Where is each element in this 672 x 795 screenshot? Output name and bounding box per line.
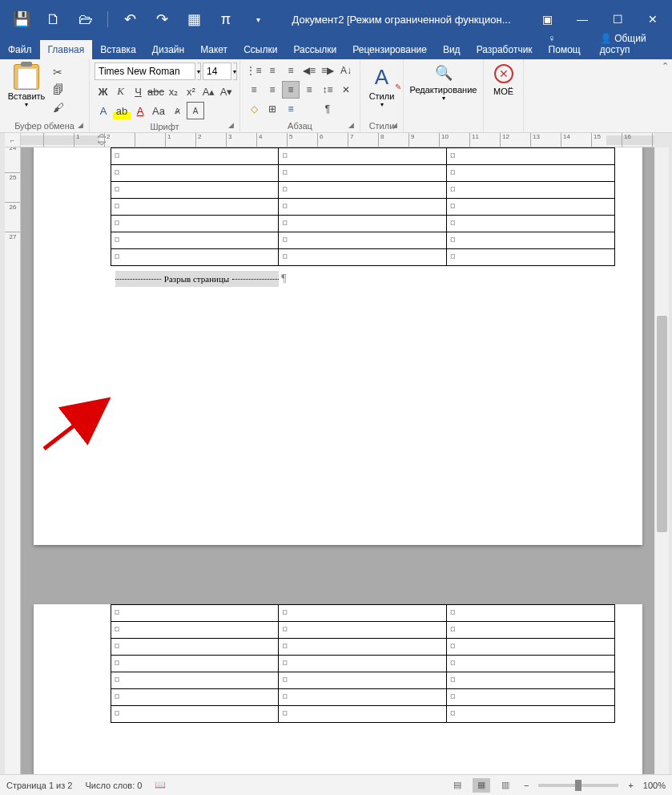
share-button[interactable]: 👤 Общий доступ: [592, 29, 672, 59]
page-break-indicator[interactable]: Разрыв страницы ¶: [115, 271, 279, 287]
font-size-input[interactable]: [203, 63, 231, 80]
tab-file[interactable]: Файл: [0, 40, 40, 59]
format-painter-button[interactable]: 🖌: [53, 101, 69, 114]
table-cell[interactable]: ¤: [279, 165, 447, 182]
collapse-ribbon-button[interactable]: ⌃: [662, 61, 669, 71]
bold-button[interactable]: Ж: [95, 83, 111, 100]
table-cell[interactable]: ¤: [111, 199, 279, 216]
table-row[interactable]: ¤¤¤: [111, 148, 614, 165]
tab-review[interactable]: Рецензирование: [344, 40, 435, 59]
open-button[interactable]: 🗁: [72, 6, 99, 33]
clipboard-dialog-launcher[interactable]: ◢: [78, 121, 87, 131]
scrollbar-vertical[interactable]: [655, 147, 669, 774]
table-cell[interactable]: ¤: [279, 216, 447, 232]
table-row[interactable]: ¤¤¤: [111, 249, 614, 266]
font-name-input[interactable]: [95, 63, 195, 80]
decrease-indent-button[interactable]: ◀≡: [300, 62, 318, 79]
table-cell[interactable]: ¤: [111, 216, 279, 232]
borders-button[interactable]: ⊞: [264, 100, 281, 118]
table-row[interactable]: ¤¤¤: [111, 672, 614, 689]
table-cell[interactable]: ¤: [446, 622, 614, 639]
cut-button[interactable]: ✂: [53, 66, 69, 79]
tab-help[interactable]: ♀ Помощ: [541, 29, 592, 59]
table-cell[interactable]: ¤: [111, 165, 279, 182]
table-cell[interactable]: ¤: [279, 622, 447, 639]
zoom-level[interactable]: 100%: [643, 781, 666, 790]
ruler-vertical[interactable]: 131415161718192021222324252627: [5, 147, 21, 774]
page-2[interactable]: ¤¤¤¤¤¤¤¤¤¤¤¤¤¤¤¤¤¤¤¤¤: [34, 604, 642, 774]
word-count[interactable]: Число слов: 0: [85, 781, 142, 790]
zoom-in-button[interactable]: +: [625, 781, 636, 790]
new-doc-button[interactable]: 🗋: [40, 6, 67, 33]
tab-insert[interactable]: Вставка: [92, 40, 144, 59]
ruler-horizontal[interactable]: 121234567891011121314151617: [21, 133, 654, 147]
sort-button[interactable]: A↓: [337, 62, 355, 79]
table-row[interactable]: ¤¤¤: [111, 216, 614, 232]
table-row[interactable]: ¤¤¤: [111, 165, 614, 182]
table-row[interactable]: ¤¤¤: [111, 232, 614, 249]
tab-developer[interactable]: Разработчик: [469, 40, 541, 59]
table-cell[interactable]: ¤: [111, 249, 279, 266]
equation-button[interactable]: π: [212, 6, 239, 33]
table-cell[interactable]: ¤: [446, 656, 614, 672]
font-dialog-launcher[interactable]: ◢: [228, 121, 238, 131]
change-case-button[interactable]: Aa: [150, 102, 167, 119]
paragraph-dialog-launcher[interactable]: ◢: [348, 121, 358, 131]
table-cell[interactable]: ¤: [111, 232, 279, 249]
table-1[interactable]: ¤¤¤¤¤¤¤¤¤¤¤¤¤¤¤¤¤¤¤¤¤: [111, 147, 615, 266]
table-cell[interactable]: ¤: [279, 656, 447, 672]
table-cell[interactable]: ¤: [279, 706, 447, 723]
font-name-dropdown[interactable]: ▾: [197, 63, 201, 80]
styles-button[interactable]: A✎: [369, 64, 395, 90]
tab-design[interactable]: Дизайн: [144, 40, 192, 59]
table-cell[interactable]: ¤: [446, 182, 614, 199]
table-cell[interactable]: ¤: [279, 199, 447, 216]
table-cell[interactable]: ¤: [111, 605, 279, 622]
numbering-button[interactable]: ≡: [264, 62, 281, 79]
align-left-button[interactable]: ≡: [245, 81, 263, 99]
multilevel-button[interactable]: ≡: [282, 62, 300, 79]
table-row[interactable]: ¤¤¤: [111, 689, 614, 706]
table-cell[interactable]: ¤: [279, 148, 447, 165]
table-cell[interactable]: ¤: [279, 689, 447, 706]
align-right-button[interactable]: ≡: [282, 81, 300, 99]
table-cell[interactable]: ¤: [279, 672, 447, 689]
table-cell[interactable]: ¤: [446, 672, 614, 689]
table-row[interactable]: ¤¤¤: [111, 182, 614, 199]
undo-button[interactable]: ↶: [116, 6, 143, 33]
web-layout-button[interactable]: ▥: [497, 778, 514, 793]
justify-button[interactable]: ≡: [300, 81, 318, 99]
table-cell[interactable]: ¤: [446, 605, 614, 622]
qat-customize[interactable]: ▾: [244, 6, 272, 33]
shading-button[interactable]: ◇: [245, 100, 263, 118]
table-cell[interactable]: ¤: [111, 706, 279, 723]
asian-layout-button[interactable]: ✕: [337, 81, 355, 99]
character-border-button[interactable]: A: [187, 102, 204, 119]
show-marks-button[interactable]: ¶: [319, 100, 336, 118]
increase-indent-button[interactable]: ≡▶: [319, 62, 336, 79]
align-center-button[interactable]: ≡: [264, 81, 281, 99]
font-size-dropdown[interactable]: ▾: [233, 63, 237, 80]
table-cell[interactable]: ¤: [446, 689, 614, 706]
table-row[interactable]: ¤¤¤: [111, 639, 614, 656]
highlight-button[interactable]: ab: [113, 102, 131, 119]
tab-mailings[interactable]: Рассылки: [285, 40, 344, 59]
table-cell[interactable]: ¤: [111, 148, 279, 165]
table-cell[interactable]: ¤: [446, 216, 614, 232]
proofing-icon[interactable]: 📖: [155, 780, 166, 790]
zoom-slider-thumb[interactable]: [575, 780, 581, 791]
text-effects-button[interactable]: A: [95, 102, 112, 119]
paste-button[interactable]: Вставить ▾: [3, 61, 50, 117]
table-row[interactable]: ¤¤¤: [111, 622, 614, 639]
line-spacing-button[interactable]: ↕≡: [319, 81, 336, 99]
tab-home[interactable]: Главная: [40, 40, 93, 59]
table-cell[interactable]: ¤: [111, 639, 279, 656]
underline-button[interactable]: Ч: [130, 83, 147, 100]
tab-layout[interactable]: Макет: [192, 40, 235, 59]
table-cell[interactable]: ¤: [279, 639, 447, 656]
styles-dialog-launcher[interactable]: ◢: [392, 121, 401, 131]
font-color-button[interactable]: A: [131, 102, 149, 119]
subscript-button[interactable]: x₂: [165, 83, 182, 100]
find-button[interactable]: 🔍: [435, 64, 453, 82]
table-row[interactable]: ¤¤¤: [111, 605, 614, 622]
